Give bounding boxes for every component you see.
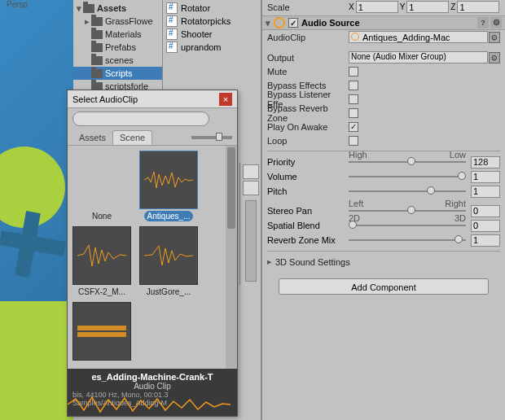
component-title: Audio Source [301,18,360,28]
expand-triangle-icon[interactable]: ▸ [267,256,272,267]
picker-results-grid[interactable]: None Antiques_... CSFX-2_M... JustGore_.… [68,146,237,369]
picker-scrollbar[interactable] [226,146,237,369]
output-row: Output None (Audio Mixer Group) ⊙ [262,50,505,64]
scale-y-field[interactable] [406,1,449,13]
audio-thumbnail [139,151,198,209]
picker-search-row [68,108,237,129]
audio-thumbnail [139,226,198,285]
inspector-panel: Scale X Y Z ▾ Audio Source ? ⚙ AudioClip… [261,0,505,420]
tree-item[interactable]: Prefabs [73,41,162,54]
svg-rect-1 [77,332,126,337]
folder-icon [91,56,103,65]
spatial-blend-value[interactable] [471,220,500,232]
script-asset[interactable]: Shooter [163,28,261,41]
project-assets-list[interactable]: Rotator Rotatorpicks Shooter uprandom [163,0,261,90]
audio-source-header[interactable]: ▾ Audio Source ? ⚙ [262,15,505,30]
collapse-arrow-icon[interactable]: ▾ [75,3,83,14]
reverb-mix-slider[interactable] [349,234,466,246]
picker-tabs: Assets Scene [68,129,237,146]
audio-thumbnail [72,226,131,285]
loop-checkbox[interactable] [349,136,358,146]
tree-label: Assets [97,3,126,13]
csharp-script-icon [166,42,178,53]
audio-source-icon [274,17,285,28]
mute-checkbox[interactable] [349,67,358,77]
play-on-awake-checkbox[interactable] [349,122,358,132]
3d-sound-settings-header[interactable]: ▸3D Sound Settings [262,255,505,269]
project-tree[interactable]: ▾ Assets ▸GrassFlowe Materials Prefabs s… [73,0,163,90]
bypass-effects-checkbox[interactable] [349,81,358,90]
tab-scene[interactable]: Scene [112,130,152,145]
help-icon[interactable]: ? [477,17,489,28]
script-asset[interactable]: uprandom [163,41,261,54]
spatial-blend-slider[interactable]: 2D3D [349,220,466,231]
volume-value[interactable] [471,171,500,183]
tree-item[interactable]: ▸GrassFlowe [73,15,162,28]
csharp-script-icon [166,15,178,27]
search-input[interactable] [72,112,209,126]
picker-item[interactable] [72,302,131,364]
tree-item[interactable]: Materials [73,28,162,41]
reverb-mix-value[interactable] [471,234,500,247]
toolbar-icon[interactable] [243,164,259,179]
bypass-reverb-checkbox[interactable] [349,108,358,118]
scale-z-field[interactable] [457,1,499,13]
object-picker-window[interactable]: Select AudioClip × Assets Scene None Ant… [67,90,238,417]
audioclip-field[interactable]: Antiques_Adding-Mac [349,31,488,43]
panel-edge [239,163,261,285]
stereo-pan-value[interactable] [471,205,500,217]
priority-value[interactable] [471,156,500,168]
audio-clip-icon [351,33,361,42]
gear-icon[interactable]: ⚙ [490,17,502,28]
script-asset[interactable]: Rotatorpicks [163,15,261,28]
picker-footer: es_Adding-Machine-Crank-T Audio Clip bis… [68,369,237,416]
divider [267,251,500,252]
folder-icon [91,69,103,78]
tree-item[interactable]: scenes [73,54,162,67]
picker-item-csfx[interactable]: CSFX-2_M... [72,226,131,297]
scene-ground [0,301,73,420]
add-component-button[interactable]: Add Component [279,278,489,295]
pitch-slider[interactable] [349,186,466,197]
pitch-value[interactable] [471,186,500,198]
folder-icon [91,30,103,39]
selected-clip-type: Audio Clip [72,382,232,391]
bypass-listener-checkbox[interactable] [349,94,358,104]
tree-root-assets[interactable]: ▾ Assets [73,2,162,15]
csharp-script-icon [166,2,178,14]
script-asset[interactable]: Rotator [163,2,261,15]
toolbar-icon[interactable] [243,181,259,195]
viewport-camera-label: Persp [7,0,28,9]
object-picker-button[interactable]: ⊙ [489,52,500,63]
scrollbar[interactable] [245,200,257,282]
close-icon[interactable]: × [219,93,232,106]
collapse-triangle-icon[interactable]: ▾ [266,18,270,28]
priority-slider-row: Priority HighLow [262,155,505,169]
picker-item-none[interactable]: None [72,151,131,221]
scene-viewport[interactable]: Persp [0,0,73,420]
picker-item-justgore[interactable]: JustGore_... [139,226,198,297]
scene-object-cross [0,212,65,277]
transform-scale-row: Scale X Y Z [262,0,505,14]
component-enable-checkbox[interactable] [288,18,298,28]
tree-item-scripts[interactable]: Scripts [73,67,162,80]
object-picker-button[interactable]: ⊙ [489,32,500,43]
selected-clip-name: es_Adding-Machine-Crank-T [72,372,232,382]
svg-rect-0 [77,326,126,330]
picker-titlebar[interactable]: Select AudioClip × [68,90,237,108]
volume-slider[interactable] [349,171,466,182]
audioclip-row: AudioClip Antiques_Adding-Mac ⊙ [262,30,505,44]
folder-icon [91,17,103,26]
scale-x-field[interactable] [356,1,398,13]
csharp-script-icon [166,28,178,40]
none-thumbnail [72,151,131,209]
priority-slider[interactable]: HighLow [349,156,466,168]
picker-title-text: Select AudioClip [72,94,138,104]
thumbnail-size-slider[interactable] [191,136,232,139]
picker-item-antiques[interactable]: Antiques_... [139,151,198,221]
output-field[interactable]: None (Audio Mixer Group) [349,51,488,63]
tab-assets[interactable]: Assets [72,131,112,144]
folder-icon [91,43,103,52]
footer-waveform-icon [68,395,231,414]
scale-label: Scale [267,2,349,12]
